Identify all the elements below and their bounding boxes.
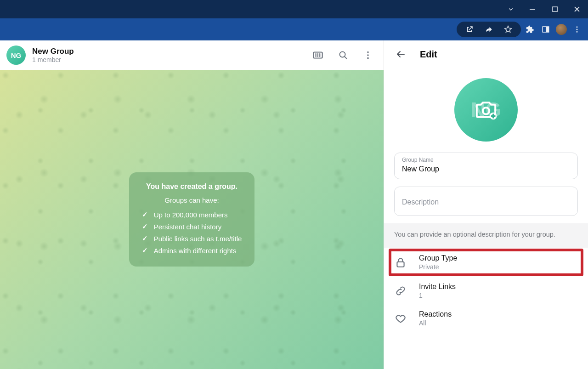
svg-point-5 [577,29,578,30]
reactions-title: Reactions [419,310,452,318]
window-minimize-button[interactable] [526,3,539,16]
reactions-row[interactable]: Reactions All [384,305,588,332]
titlebar-chevron-icon[interactable] [504,3,517,16]
svg-point-11 [483,108,489,114]
lock-icon [394,256,407,268]
back-button[interactable] [392,46,409,62]
panel-toggle-icon[interactable] [539,23,552,36]
search-icon[interactable] [334,46,352,64]
link-icon [394,285,407,297]
card-subtitle: Groups can have: [142,196,242,204]
window-titlebar [0,0,588,18]
svg-point-6 [577,31,578,33]
svg-point-4 [577,26,578,28]
invite-links-title: Invite Links [419,283,456,291]
edit-header: Edit [384,40,588,68]
description-input[interactable] [402,196,570,206]
chat-title: New Group [32,47,303,56]
browser-menu-icon[interactable] [571,23,583,36]
description-field[interactable] [394,187,578,216]
group-name-label: Group Name [402,157,570,163]
group-name-input[interactable] [402,163,570,173]
window-maximize-button[interactable] [548,3,561,16]
profile-avatar[interactable] [555,23,568,36]
video-chat-icon[interactable] [309,46,328,64]
svg-point-9 [367,54,369,56]
browser-toolbar [0,18,588,40]
card-feature-item: Admins with different rights [142,244,242,256]
chat-menu-icon[interactable] [359,46,377,64]
group-type-value: Private [419,263,457,271]
card-feature-item: Up to 200,000 members [142,209,242,221]
svg-point-8 [367,51,369,53]
svg-point-10 [367,57,369,59]
card-title: You have created a group. [142,182,242,191]
heart-icon [394,312,407,324]
window-close-button[interactable] [571,3,583,16]
svg-rect-13 [397,262,404,267]
chat-body: You have created a group. Groups can hav… [0,70,384,369]
description-hint: You can provide an optional description … [384,223,588,248]
card-feature-item: Public links such as t.me/title [142,233,242,244]
camera-add-icon [474,97,498,122]
toolbar-actions-pill [457,22,521,37]
extensions-icon[interactable] [524,23,537,36]
svg-rect-3 [546,27,549,32]
group-type-row[interactable]: Group Type Private [389,249,583,276]
chat-subtitle: 1 member [32,56,303,63]
group-photo-button[interactable]: NG [454,78,518,142]
chat-title-block[interactable]: New Group 1 member [32,47,303,63]
group-name-field[interactable]: Group Name [394,153,578,179]
group-created-card: You have created a group. Groups can hav… [129,172,255,267]
svg-rect-1 [552,6,557,11]
card-feature-item: Persistent chat history [142,221,242,233]
reactions-value: All [419,319,452,327]
chat-header: NG New Group 1 member [0,40,384,70]
invite-links-value: 1 [419,292,456,299]
open-external-icon[interactable] [463,23,476,36]
edit-panel: Edit NG Group Name [384,40,588,369]
edit-title: Edit [420,49,437,60]
invite-links-row[interactable]: Invite Links 1 [384,277,588,305]
share-icon[interactable] [482,23,495,36]
bookmark-star-icon[interactable] [502,23,514,36]
group-type-title: Group Type [419,254,457,262]
chat-avatar[interactable]: NG [6,45,26,65]
svg-rect-0 [530,9,535,10]
chat-panel: NG New Group 1 member You have created a… [0,40,384,369]
